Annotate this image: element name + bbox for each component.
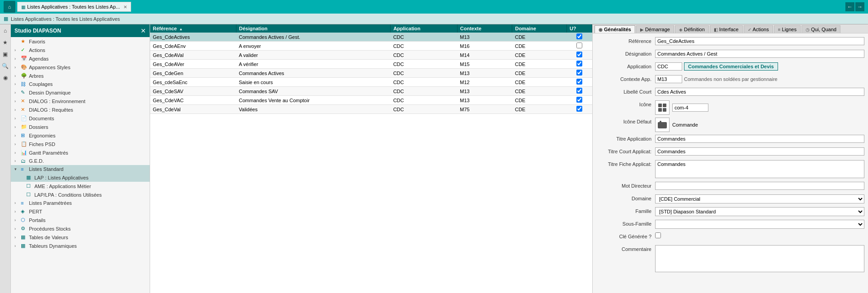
- sidebar-title: Studio DIAPASON: [14, 28, 61, 34]
- designation-input[interactable]: [655, 50, 864, 58]
- table-row[interactable]: Ges_CdeVACCommandes Vente au ComptoirCDC…: [150, 96, 592, 105]
- cell-reference: Ges_CdeVAC: [150, 96, 236, 105]
- tab-lignes[interactable]: ≡ Lignes: [774, 25, 801, 33]
- table-row[interactable]: Ges_cdeSaEncSaisie en coursCDCM12CDE: [150, 78, 592, 87]
- sidebar-item-apparences[interactable]: › 🎨 Apparences Styles: [11, 63, 150, 71]
- icone-code-input[interactable]: [672, 104, 708, 112]
- nav-back-button[interactable]: ←: [845, 2, 854, 11]
- pencil-icon: ✎: [21, 90, 27, 95]
- sidebar-item-actions[interactable]: › ✓ Actions: [11, 46, 150, 54]
- tab-demarrage[interactable]: ▶ Démarrage: [636, 25, 674, 33]
- tab-close-button[interactable]: ✕: [123, 5, 127, 9]
- table-row[interactable]: Ges_CdeAVerA vérifierCDCM15CDE: [150, 60, 592, 69]
- sidebar-item-dessin[interactable]: › ✎ Dessin Dynamique: [11, 88, 150, 97]
- tab-definition[interactable]: ◈ Définition: [675, 25, 709, 33]
- cle-generee-checkbox[interactable]: [655, 232, 661, 238]
- sidebar-item-portails[interactable]: › ⬡ Portails: [11, 216, 150, 224]
- sidebar-item-listes-standard[interactable]: ▾ ≡ Listes Standard: [11, 165, 150, 173]
- sidebar-item-tables-valeurs[interactable]: › ▦ Tables de Valeurs: [11, 233, 150, 241]
- sidebar-icon-search[interactable]: 🔍: [1, 61, 10, 71]
- cell-u-checkbox[interactable]: [566, 105, 592, 114]
- sidebar-item-agendas[interactable]: › 📅 Agendas: [11, 54, 150, 63]
- col-contexte[interactable]: Contexte: [457, 24, 512, 33]
- expand-icon: ›: [14, 65, 20, 70]
- sidebar-item-gantt[interactable]: › 📊 Gantt Paramétrés: [11, 148, 150, 157]
- sidebar-item-ame[interactable]: ☐ AME : Applications Métier: [11, 182, 150, 190]
- sidebar-icon-home[interactable]: ⌂: [1, 26, 10, 35]
- expand-icon: ›: [14, 151, 20, 155]
- cell-u-checkbox[interactable]: [566, 96, 592, 105]
- sidebar-icon-monitor[interactable]: ▣: [1, 50, 10, 59]
- expand-icon: ›: [14, 48, 20, 52]
- sidebar-item-dialog-env[interactable]: › ✕ DIALOG : Environnement: [11, 97, 150, 105]
- cell-u-checkbox[interactable]: [566, 60, 592, 69]
- col-designation[interactable]: Désignation: [236, 24, 390, 33]
- sidebar-icon-star[interactable]: ★: [1, 38, 10, 47]
- table-row[interactable]: Ges_CdeActivesCommandes Actives / Gest.C…: [150, 33, 592, 42]
- sidebar-item-listes-param[interactable]: › ≡ Listes Paramétrées: [11, 199, 150, 207]
- sidebar-item-documents[interactable]: › 📄 Documents: [11, 114, 150, 123]
- cell-u-checkbox[interactable]: [566, 78, 592, 87]
- sidebar-item-procedures-stocks[interactable]: › ⚙ Procédures Stocks: [11, 224, 150, 233]
- col-domaine[interactable]: Domaine: [512, 24, 566, 33]
- sidebar-item-pert[interactable]: › ◈ PERT: [11, 207, 150, 216]
- table-row[interactable]: Ges_CdeGenCommandes ActivesCDCM13CDE: [150, 69, 592, 78]
- tab-generalites[interactable]: ◉ Généralités: [594, 25, 635, 33]
- tab-actions[interactable]: ✓ Actions: [744, 25, 773, 33]
- sidebar-item-ergonomies[interactable]: › ⊞ Ergonomies: [11, 131, 150, 140]
- table-icon: ▦: [21, 234, 27, 240]
- sidebar-item-tableurs-dynamiques[interactable]: › ▦ Tableurs Dynamiques: [11, 241, 150, 250]
- table-row[interactable]: Ges_CdeAValA validerCDCM14CDE: [150, 51, 592, 60]
- expand-icon: ›: [14, 218, 20, 222]
- sidebar-item-lap[interactable]: ▦ LAP : Listes Applicatives: [11, 173, 150, 182]
- sidebar-item-label: Tableurs Dynamiques: [29, 243, 77, 249]
- listeparam-icon: ≡: [21, 200, 27, 206]
- cell-u-checkbox[interactable]: [566, 87, 592, 96]
- application-code-input[interactable]: [655, 62, 682, 71]
- libelle-court-input[interactable]: [655, 88, 864, 96]
- sidebar-item-fiches-psd[interactable]: › 📋 Fiches PSD: [11, 140, 150, 148]
- table-row[interactable]: Ges_CdeSAVCommandes SAVCDCM13CDE: [150, 87, 592, 96]
- sidebar-item-dialog-req[interactable]: › ✕ DIALOG : Requêtes: [11, 105, 150, 114]
- cell-u-checkbox[interactable]: [566, 42, 592, 51]
- cell-domaine: CDE: [512, 96, 566, 105]
- col-application[interactable]: Application: [391, 24, 458, 33]
- form-row-designation: Désignation: [596, 50, 864, 60]
- sidebar: Studio DIAPASON ✕ ★ Favoris › ✓ Actions: [11, 24, 150, 293]
- cell-u-checkbox[interactable]: [566, 51, 592, 60]
- commentaire-label: Commentaire: [596, 245, 655, 252]
- nav-forward-button[interactable]: →: [855, 2, 864, 11]
- sous-famille-select[interactable]: [655, 220, 864, 229]
- cell-u-checkbox[interactable]: [566, 69, 592, 78]
- cell-u-checkbox[interactable]: [566, 33, 592, 42]
- sidebar-item-ged[interactable]: › 🗂 G.E.D.: [11, 157, 150, 165]
- form-row-cle-generee: Clé Générée ?: [596, 232, 864, 242]
- contexte-input[interactable]: [655, 75, 682, 83]
- sidebar-item-dossiers[interactable]: › 📁 Dossiers: [11, 123, 150, 131]
- titre-fiche-textarea[interactable]: Commandes: [655, 160, 864, 178]
- famille-select[interactable]: [STD] Diapason Standard: [655, 207, 864, 216]
- sidebar-icon-person[interactable]: ◉: [1, 73, 10, 82]
- titre-application-input[interactable]: [655, 135, 864, 143]
- main-tab[interactable]: ▦ Listes Applicatives : Toutes les Liste…: [17, 2, 131, 12]
- tab-interface[interactable]: ◧ Interface: [710, 25, 743, 33]
- sidebar-item-arbres[interactable]: › 🌳 Arbres: [11, 71, 150, 80]
- sidebar-item-favoris[interactable]: ★ Favoris: [11, 37, 150, 46]
- col-u[interactable]: U?: [566, 24, 592, 33]
- commentaire-textarea[interactable]: [655, 245, 864, 272]
- sidebar-item-couplages[interactable]: › ⛓ Couplages: [11, 80, 150, 88]
- cell-contexte: M13: [457, 87, 512, 96]
- col-reference[interactable]: Référence ▲: [150, 24, 236, 33]
- home-button[interactable]: ⌂: [4, 1, 15, 13]
- mot-directeur-input[interactable]: [655, 182, 864, 190]
- reference-input[interactable]: [655, 37, 864, 45]
- domaine-select[interactable]: [CDE] Commercial: [655, 194, 864, 203]
- tab-qui-quand[interactable]: ◷ Qui, Quand: [802, 25, 840, 33]
- tab-interface-label: Interface: [719, 27, 739, 32]
- titre-court-input[interactable]: [655, 147, 864, 156]
- sidebar-item-laplpa[interactable]: ☐ LAP/LPA : Conditions Utilisées: [11, 190, 150, 199]
- table-row[interactable]: Ges_CdeAEnvA envoyerCDCM16CDE: [150, 42, 592, 51]
- sidebar-close-button[interactable]: ✕: [141, 27, 146, 34]
- table-row[interactable]: Ges_CdeValValidéesCDCM75CDE: [150, 105, 592, 114]
- contexte-label: Contexte App.: [596, 75, 655, 82]
